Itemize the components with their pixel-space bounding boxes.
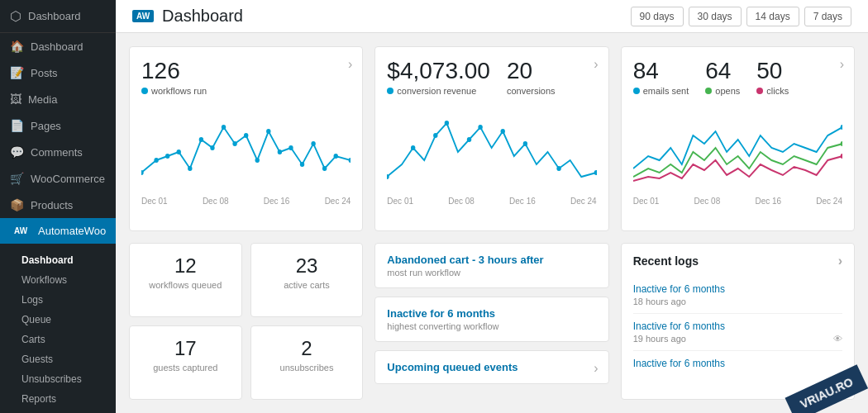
- log-time-2-text: 19 hours ago: [633, 334, 686, 344]
- dashboard-icon: 🏠: [10, 40, 24, 53]
- clicks-dot: [756, 88, 763, 94]
- sidebar-sub-reports[interactable]: Reports: [0, 389, 116, 409]
- svg-point-3: [177, 150, 181, 154]
- card-arrow-workflows[interactable]: ›: [348, 57, 352, 72]
- sidebar-sub-guests[interactable]: Guests: [0, 349, 116, 369]
- sidebar-item-products[interactable]: 📦 Products: [0, 192, 116, 218]
- sidebar-item-woocommerce[interactable]: 🛒 WooCommerce: [0, 165, 116, 192]
- conversions-stat-group: 20 conversions: [507, 59, 556, 96]
- btn-30days[interactable]: 30 days: [689, 7, 742, 26]
- svg-point-30: [840, 141, 842, 146]
- svg-point-7: [222, 125, 226, 130]
- unsubscribes-label: unsubscribes: [263, 363, 351, 373]
- guests-stat: 17: [141, 338, 230, 359]
- posts-icon: 📝: [10, 66, 24, 79]
- logs-arrow[interactable]: ›: [838, 254, 842, 268]
- page-title: Dashboard: [162, 7, 243, 26]
- sidebar-item-pages[interactable]: 📄 Pages: [0, 112, 116, 139]
- sidebar-item-automatewoo[interactable]: AW AutomateWoo: [0, 218, 116, 244]
- log-item-3: Inactive for 6 months: [633, 351, 842, 376]
- svg-point-5: [199, 137, 203, 142]
- workflow-card-abandoned: Abandoned cart - 3 hours after most run …: [374, 243, 608, 288]
- sidebar-sub-queue[interactable]: Queue: [0, 310, 116, 330]
- carts-stat: 23: [263, 255, 351, 277]
- card-emails: › 84 emails sent 64 opens: [621, 46, 855, 231]
- card-arrow-upcoming[interactable]: ›: [594, 361, 598, 376]
- svg-point-13: [289, 145, 293, 150]
- wp-icon: ⬡: [10, 8, 21, 24]
- sidebar-item-posts[interactable]: 📝 Posts: [0, 59, 116, 86]
- guests-label-text: guests captured: [153, 363, 217, 373]
- chart-label-3: Dec 16: [264, 197, 290, 206]
- card-arrow-emails[interactable]: ›: [840, 57, 844, 72]
- sidebar-sub-unsubscribes[interactable]: Unsubscribes: [0, 369, 116, 389]
- svg-point-6: [210, 145, 214, 150]
- emails-chart: [633, 102, 842, 193]
- opens-stat-group: 64 opens: [705, 59, 740, 96]
- e-chart-label-3: Dec 16: [755, 197, 781, 206]
- workflow-card-inactive: Inactive for 6 months highest converting…: [374, 297, 608, 342]
- unsubscribes-stat: 2: [263, 338, 351, 359]
- svg-point-26: [523, 141, 527, 146]
- svg-point-2: [165, 154, 169, 159]
- chart-label-4: Dec 24: [325, 197, 351, 206]
- sidebar-item-label: Products: [31, 199, 73, 211]
- sidebar-sub-carts[interactable]: Carts: [0, 330, 116, 349]
- chart-labels-emails: Dec 01 Dec 08 Dec 16 Dec 24: [633, 197, 842, 206]
- sidebar-item-dashboard[interactable]: 🏠 Dashboard: [0, 33, 116, 59]
- eye-icon: 👁: [833, 334, 842, 344]
- workflow-title-upcoming[interactable]: Upcoming queued events: [387, 361, 596, 373]
- opens-label: opens: [705, 86, 740, 96]
- sidebar-sub-workflows[interactable]: Workflows: [0, 270, 116, 290]
- svg-point-24: [479, 125, 483, 130]
- sidebar-item-label: Media: [28, 93, 57, 106]
- sidebar-header: ⬡ Dashboard: [0, 0, 116, 33]
- woo-icon: 🛒: [10, 172, 24, 185]
- workflow-title-inactive[interactable]: Inactive for 6 months: [387, 307, 596, 320]
- btn-90days[interactable]: 90 days: [631, 7, 684, 26]
- content-area: › 126 workflows run: [116, 33, 868, 413]
- guests-label: guests captured: [141, 363, 230, 373]
- sidebar-wp-label: Dashboard: [28, 10, 81, 22]
- btn-14days[interactable]: 14 days: [746, 7, 799, 26]
- svg-point-18: [349, 158, 351, 163]
- logs-title-text: Recent logs: [633, 254, 699, 268]
- revenue-dot: [387, 88, 393, 94]
- chart-label-1: Dec 01: [141, 197, 168, 206]
- revenue-multi-stat: $4,073.00 conversion revenue 20 conversi…: [387, 59, 596, 96]
- log-item-1: Inactive for 6 months 18 hours ago: [633, 277, 842, 314]
- emails-multi-stat: 84 emails sent 64 opens 50: [633, 59, 842, 96]
- queued-stat: 12: [141, 255, 230, 277]
- sidebar-item-comments[interactable]: 💬 Comments: [0, 139, 116, 165]
- chart-labels-revenue: Dec 01 Dec 08 Dec 16 Dec 24: [387, 197, 596, 206]
- clicks-label-text: clicks: [766, 86, 789, 96]
- log-link-1[interactable]: Inactive for 6 months: [633, 283, 842, 295]
- workflow-title-abandoned[interactable]: Abandoned cart - 3 hours after: [387, 254, 596, 266]
- opens-label-text: opens: [715, 86, 740, 96]
- date-filter-group: 90 days 30 days 14 days 7 days: [631, 7, 851, 26]
- sidebar-sub-dashboard[interactable]: Dashboard: [0, 250, 116, 270]
- btn-7days[interactable]: 7 days: [804, 7, 851, 26]
- e-chart-label-1: Dec 01: [633, 197, 660, 206]
- sidebar-item-label: Pages: [31, 120, 61, 132]
- sidebar-sub-tools[interactable]: Tools: [0, 409, 116, 413]
- log-link-2[interactable]: Inactive for 6 months: [633, 320, 842, 332]
- workflows-svg: [141, 102, 351, 193]
- svg-point-9: [244, 133, 248, 138]
- emails-stat: 84: [633, 59, 689, 84]
- svg-point-11: [266, 129, 270, 134]
- log-link-3[interactable]: Inactive for 6 months: [633, 358, 842, 369]
- queued-label-text: workflows queued: [149, 280, 222, 290]
- svg-point-31: [840, 154, 842, 159]
- svg-point-27: [557, 166, 561, 171]
- sidebar: ⬡ Dashboard 🏠 Dashboard 📝 Posts 🖼 Media …: [0, 0, 116, 413]
- conversions-label-text: conversions: [507, 86, 556, 96]
- svg-point-21: [433, 133, 437, 138]
- card-arrow-revenue[interactable]: ›: [594, 57, 598, 72]
- sidebar-item-media[interactable]: 🖼 Media: [0, 86, 116, 112]
- svg-point-22: [445, 121, 449, 126]
- card-revenue: › $4,073.00 conversion revenue 20 conver…: [374, 46, 608, 231]
- r-chart-label-4: Dec 24: [570, 197, 597, 206]
- sidebar-sub-logs[interactable]: Logs: [0, 290, 116, 310]
- workflow-sub-abandoned: most run workflow: [387, 268, 596, 278]
